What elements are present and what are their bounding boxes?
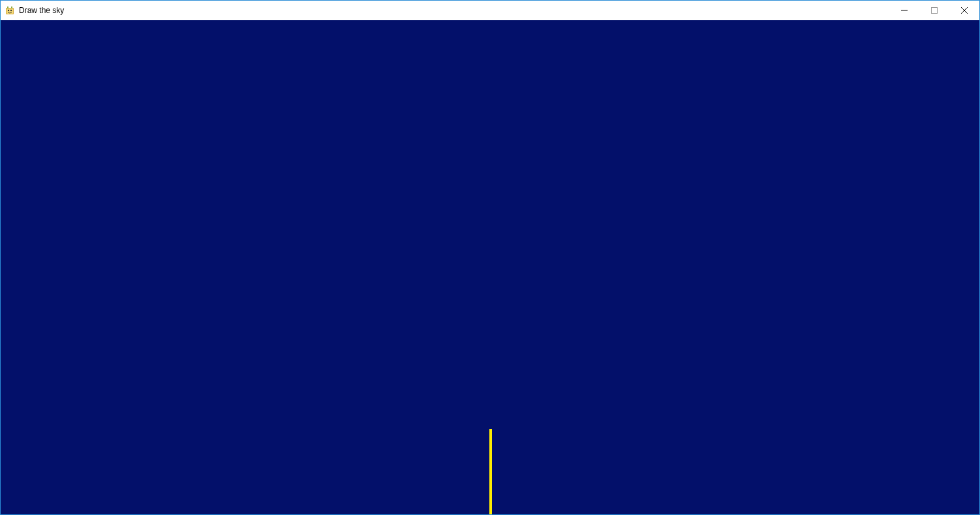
titlebar[interactable]: Draw the sky (1, 1, 979, 20)
maximize-button[interactable] (919, 1, 949, 20)
svg-rect-7 (932, 8, 938, 14)
drawing-canvas[interactable] (1, 20, 979, 514)
maximize-icon (931, 7, 938, 14)
window-controls (889, 1, 979, 20)
svg-point-2 (8, 10, 9, 11)
svg-rect-5 (11, 7, 12, 8)
window-title: Draw the sky (19, 1, 889, 20)
svg-point-3 (10, 10, 12, 11)
minimize-button[interactable] (889, 1, 919, 20)
minimize-icon (901, 7, 908, 14)
app-icon (5, 5, 15, 16)
app-window: Draw the sky (0, 0, 980, 515)
close-button[interactable] (949, 1, 979, 20)
drawn-line (489, 429, 492, 514)
close-icon (961, 7, 968, 14)
svg-rect-4 (7, 7, 8, 8)
